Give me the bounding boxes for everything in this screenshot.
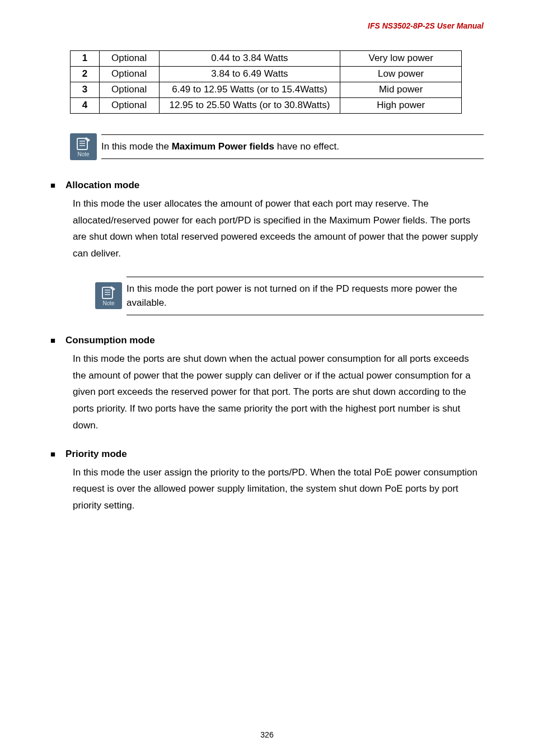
page-number: 326	[0, 730, 534, 739]
consumption-heading: Consumption mode	[65, 335, 155, 346]
note-icon-label: Note	[102, 300, 114, 306]
row-index: 1	[71, 51, 100, 67]
table-row: 3 Optional 6.49 to 12.95 Watts (or to 15…	[71, 82, 462, 97]
table-row: 1 Optional 0.44 to 3.84 Watts Very low p…	[71, 51, 462, 67]
row-range: 12.95 to 25.50 Watts (or to 30.8Watts)	[159, 97, 340, 113]
section-priority: ■ Priority mode In this mode the user as…	[50, 449, 484, 514]
note-icon: Note	[95, 282, 122, 309]
bullet-icon: ■	[50, 335, 55, 345]
allocation-heading: Allocation mode	[65, 180, 139, 191]
row-desc: Mid power	[340, 82, 462, 97]
doc-header: IFS NS3502-8P-2S User Manual	[368, 21, 484, 30]
bullet-icon: ■	[50, 180, 55, 190]
row-index: 3	[71, 82, 100, 97]
row-optional: Optional	[99, 66, 159, 82]
row-desc: High power	[340, 97, 462, 113]
row-optional: Optional	[99, 51, 159, 67]
consumption-body: In this mode the ports are shut down whe…	[73, 351, 484, 434]
note1-bold: Maximum Power fields	[172, 141, 274, 152]
row-range: 6.49 to 12.95 Watts (or to 15.4Watts)	[159, 82, 340, 97]
svg-rect-0	[77, 138, 87, 150]
row-optional: Optional	[99, 97, 159, 113]
allocation-body: In this mode the user allocates the amou…	[73, 195, 484, 262]
row-index: 4	[71, 97, 100, 113]
section-consumption: ■ Consumption mode In this mode the port…	[50, 335, 484, 434]
svg-rect-4	[102, 287, 113, 298]
priority-body: In this mode the user assign the priorit…	[73, 464, 484, 514]
bullet-icon: ■	[50, 449, 55, 459]
row-range: 3.84 to 6.49 Watts	[159, 66, 340, 82]
note-icon: Note	[70, 133, 97, 160]
note1-prefix: In this mode the	[101, 141, 172, 152]
note-block: Note In this mode the port power is not …	[95, 277, 484, 315]
row-desc: Low power	[340, 66, 462, 82]
row-desc: Very low power	[340, 51, 462, 67]
note-text: In this mode the port power is not turne…	[127, 277, 484, 315]
note1-suffix: have no effect.	[274, 141, 339, 152]
power-class-table: 1 Optional 0.44 to 3.84 Watts Very low p…	[70, 50, 462, 114]
note-text: In this mode the Maximum Power fields ha…	[101, 134, 484, 159]
table-row: 2 Optional 3.84 to 6.49 Watts Low power	[71, 66, 462, 82]
row-range: 0.44 to 3.84 Watts	[159, 51, 340, 67]
note-block: Note In this mode the Maximum Power fiel…	[70, 133, 484, 160]
note-icon-label: Note	[77, 151, 89, 157]
row-optional: Optional	[99, 82, 159, 97]
priority-heading: Priority mode	[65, 449, 127, 460]
section-allocation: ■ Allocation mode In this mode the user …	[50, 180, 484, 262]
table-row: 4 Optional 12.95 to 25.50 Watts (or to 3…	[71, 97, 462, 113]
row-index: 2	[71, 66, 100, 82]
